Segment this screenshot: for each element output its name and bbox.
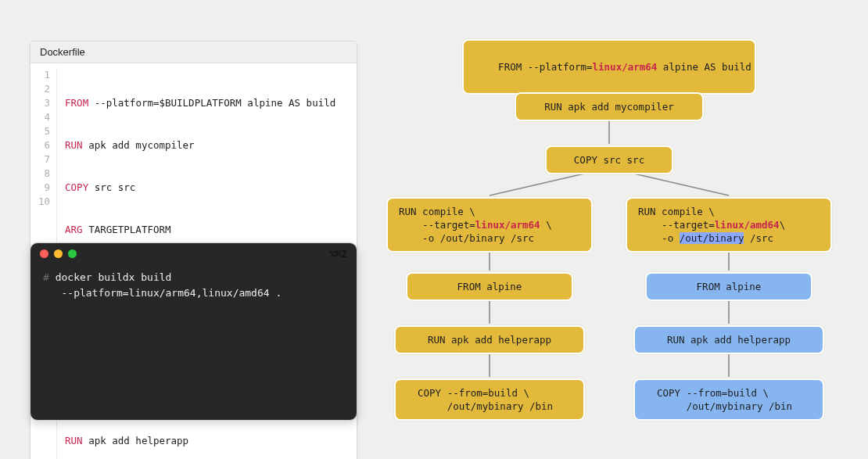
node-compile-amd64: RUN compile \ --target=linux/amd64\ -o /… [626,197,832,253]
terminal-command-line-1: docker buildx build [49,271,172,283]
close-icon[interactable] [40,249,48,258]
terminal-titlebar: ⌥⌘2 [30,243,357,264]
editor-title: Dockerfile [30,41,357,63]
node-run-helperapp-amd64: RUN apk add helperapp [633,325,824,354]
node-run-helperapp-arm64: RUN apk add helperapp [394,325,585,354]
build-graph-diagram: FROM --platform=linux/arm64 alpine AS bu… [380,34,838,433]
terminal-shortcut-label: ⌥⌘2 [329,248,347,260]
zoom-icon[interactable] [68,249,77,258]
node-compile-arm64: RUN compile \ --target=linux/arm64 \ -o … [386,197,593,253]
node-run-mycompiler: RUN apk add mycompiler [515,92,704,121]
terminal-window: ⌥⌘2 # docker buildx build --platform=lin… [30,242,357,421]
svg-line-3 [627,172,729,195]
node-from-build: FROM --platform=linux/arm64 alpine AS bu… [462,39,756,95]
node-copy-from-build-amd64: COPY --from=build \ /out/mybinary /bin [633,378,824,421]
node-copy-from-build-arm64: COPY --from=build \ /out/mybinary /bin [394,378,585,421]
prompt-symbol: # [43,271,49,283]
terminal-command-line-2: --platform=linux/arm64,linux/amd64 . [43,287,282,299]
terminal-body[interactable]: # docker buildx build --platform=linux/a… [30,264,357,307]
svg-line-2 [490,172,591,195]
window-controls[interactable] [40,249,77,258]
node-copy-src: COPY src src [545,145,673,174]
node-from-alpine-amd64: FROM alpine [645,272,812,301]
node-from-alpine-arm64: FROM alpine [406,272,573,301]
minimize-icon[interactable] [54,249,63,258]
